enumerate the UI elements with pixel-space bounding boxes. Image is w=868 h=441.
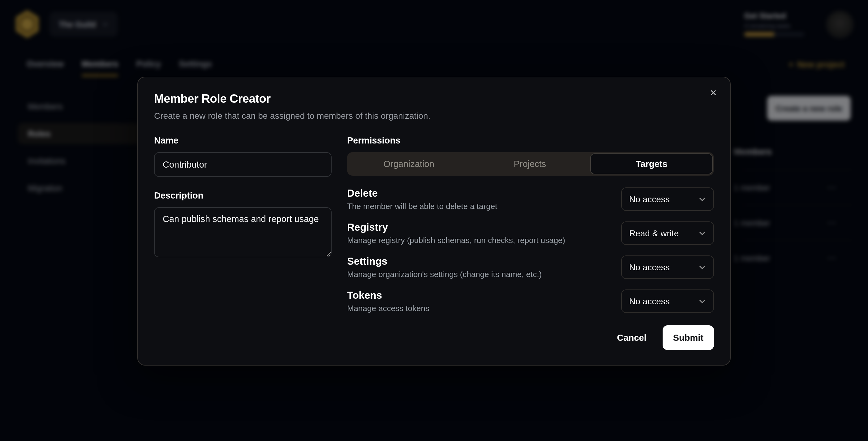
- modal-title: Member Role Creator: [154, 92, 714, 106]
- permission-text: Tokens Manage access tokens: [347, 289, 429, 313]
- permissions-tablist: Organization Projects Targets: [347, 152, 714, 176]
- left-column: Name Description Can publish schemas and…: [154, 135, 332, 323]
- permission-text: Settings Manage organization's settings …: [347, 255, 541, 279]
- modal-footer: Cancel Submit: [606, 325, 714, 350]
- permission-description: Manage organization's settings (change i…: [347, 270, 541, 279]
- registry-access-select[interactable]: Read & write: [621, 221, 714, 245]
- cancel-button[interactable]: Cancel: [606, 325, 658, 350]
- member-role-creator-modal: ✕ Member Role Creator Create a new role …: [137, 77, 731, 366]
- modal-body: Name Description Can publish schemas and…: [154, 135, 714, 323]
- select-value: No access: [629, 296, 670, 306]
- tab-organization[interactable]: Organization: [348, 153, 469, 175]
- select-value: Read & write: [629, 228, 679, 238]
- chevron-down-icon: [699, 263, 706, 271]
- permission-description: The member will be able to delete a targ…: [347, 202, 497, 211]
- chevron-down-icon: [699, 229, 706, 237]
- permission-title: Settings: [347, 255, 541, 267]
- permission-text: Registry Manage registry (publish schema…: [347, 221, 565, 245]
- permission-description: Manage access tokens: [347, 304, 429, 313]
- name-input[interactable]: [154, 152, 332, 177]
- permission-text: Delete The member will be able to delete…: [347, 187, 497, 211]
- tab-targets[interactable]: Targets: [591, 153, 713, 175]
- description-label: Description: [154, 190, 332, 200]
- close-icon[interactable]: ✕: [707, 86, 720, 100]
- modal-subtitle: Create a new role that can be assigned t…: [154, 111, 714, 121]
- permission-title: Delete: [347, 187, 497, 199]
- submit-button[interactable]: Submit: [662, 325, 714, 350]
- permission-row-registry: Registry Manage registry (publish schema…: [347, 221, 714, 245]
- delete-access-select[interactable]: No access: [621, 187, 714, 211]
- app-root: The Guild Get Started 4 remaining tasks …: [0, 0, 868, 441]
- right-column: Permissions Organization Projects Target…: [347, 135, 714, 323]
- permission-title: Tokens: [347, 289, 429, 301]
- description-textarea[interactable]: Can publish schemas and report usage: [154, 207, 332, 257]
- select-value: No access: [629, 262, 670, 272]
- select-value: No access: [629, 194, 670, 204]
- chevron-down-icon: [699, 297, 706, 305]
- tab-projects[interactable]: Projects: [469, 153, 590, 175]
- chevron-down-icon: [699, 195, 706, 203]
- settings-access-select[interactable]: No access: [621, 255, 714, 279]
- permission-row-delete: Delete The member will be able to delete…: [347, 187, 714, 211]
- permission-description: Manage registry (publish schemas, run ch…: [347, 235, 565, 245]
- permission-row-settings: Settings Manage organization's settings …: [347, 255, 714, 279]
- permissions-label: Permissions: [347, 135, 714, 145]
- tokens-access-select[interactable]: No access: [621, 289, 714, 313]
- permission-row-tokens: Tokens Manage access tokens No access: [347, 289, 714, 313]
- permission-title: Registry: [347, 221, 565, 233]
- name-label: Name: [154, 135, 332, 145]
